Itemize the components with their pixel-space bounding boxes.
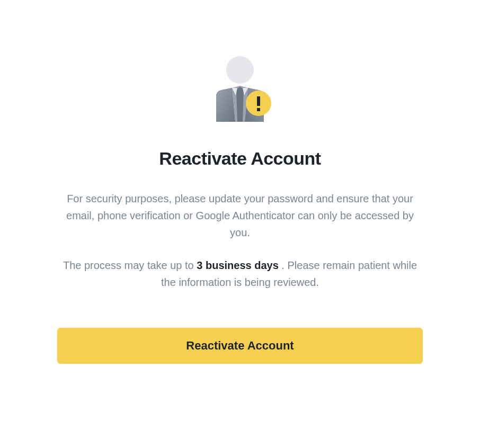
- reactivate-account-button[interactable]: Reactivate Account: [57, 328, 423, 364]
- process-time-prefix: The process may take up to: [63, 259, 197, 271]
- user-alert-icon: [206, 53, 274, 122]
- svg-rect-3: [257, 108, 260, 111]
- reactivate-account-panel: Reactivate Account For security purposes…: [57, 53, 423, 364]
- page-title: Reactivate Account: [159, 148, 321, 169]
- security-description: For security purposes, please update you…: [57, 190, 423, 241]
- svg-rect-2: [257, 96, 260, 106]
- process-time-bold: 3 business days: [197, 259, 279, 271]
- process-time-description: The process may take up to 3 business da…: [57, 257, 423, 291]
- svg-point-0: [226, 56, 254, 84]
